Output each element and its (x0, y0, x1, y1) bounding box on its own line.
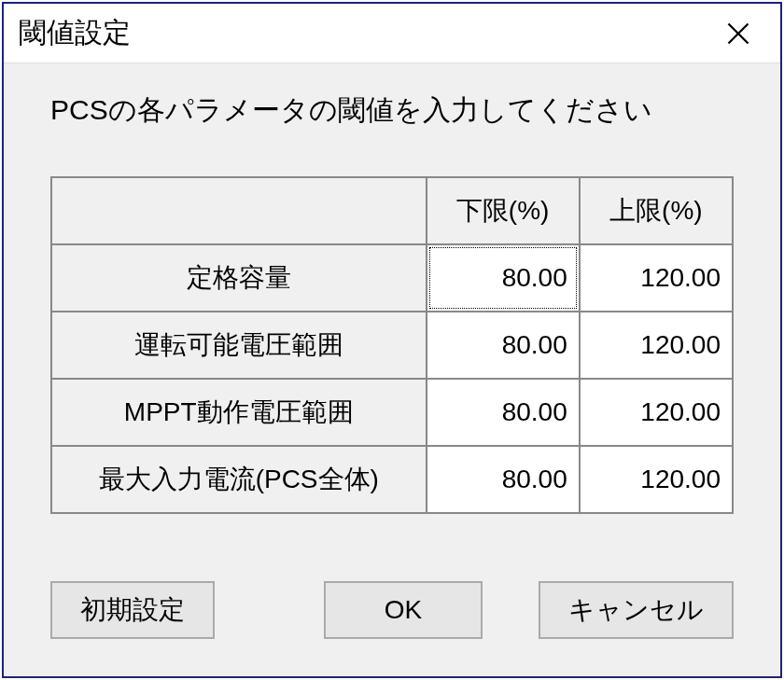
upper-value-cell[interactable]: 120.00 (580, 312, 733, 379)
close-button[interactable] (715, 10, 762, 57)
header-param (51, 177, 427, 244)
button-right-group: OK キャンセル (324, 581, 734, 639)
lower-value-cell[interactable]: 80.00 (427, 312, 580, 379)
titlebar: 閾値設定 (4, 4, 780, 63)
table-row: MPPT動作電圧範囲 80.00 120.00 (51, 379, 733, 446)
lower-value-cell[interactable]: 80.00 (427, 446, 580, 513)
table-row: 定格容量 80.00 120.00 (51, 244, 733, 312)
cancel-button[interactable]: キャンセル (539, 581, 734, 639)
header-upper: 上限(%) (580, 177, 733, 244)
lower-value-cell[interactable]: 80.00 (427, 379, 580, 446)
param-label: 最大入力電流(PCS全体) (51, 446, 427, 513)
titlebar-title: 閾値設定 (19, 14, 131, 52)
ok-button[interactable]: OK (324, 581, 483, 639)
instruction-text: PCSの各パラメータの閾値を入力してください (50, 91, 743, 130)
upper-value-cell[interactable]: 120.00 (580, 379, 733, 446)
dialog-content: PCSの各パラメータの閾値を入力してください 下限(%) 上限(%) 定格容量 … (4, 63, 780, 676)
lower-value-cell[interactable]: 80.00 (427, 244, 580, 312)
param-label: 定格容量 (51, 244, 427, 312)
upper-value-cell[interactable]: 120.00 (580, 244, 733, 312)
threshold-table-wrap: 下限(%) 上限(%) 定格容量 80.00 120.00 運転可能電圧範囲 8… (50, 176, 734, 514)
button-row: 初期設定 OK キャンセル (41, 581, 743, 648)
threshold-table: 下限(%) 上限(%) 定格容量 80.00 120.00 運転可能電圧範囲 8… (50, 176, 734, 514)
close-icon (725, 21, 751, 47)
header-lower: 下限(%) (427, 177, 580, 244)
reset-button[interactable]: 初期設定 (50, 581, 215, 639)
param-label: MPPT動作電圧範囲 (51, 379, 427, 446)
table-row: 運転可能電圧範囲 80.00 120.00 (51, 312, 733, 379)
table-header-row: 下限(%) 上限(%) (51, 177, 733, 244)
upper-value-cell[interactable]: 120.00 (580, 446, 733, 513)
table-row: 最大入力電流(PCS全体) 80.00 120.00 (51, 446, 733, 513)
param-label: 運転可能電圧範囲 (51, 312, 427, 379)
dialog-window: 閾値設定 PCSの各パラメータの閾値を入力してください 下限(%) 上限(%) (2, 2, 782, 678)
